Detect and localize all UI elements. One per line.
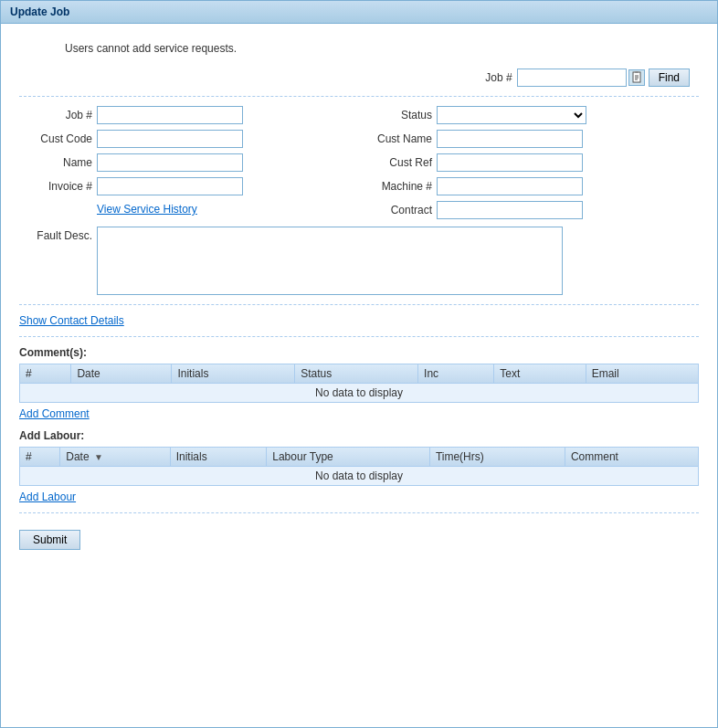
comments-no-data-cell: No data to display: [20, 384, 699, 403]
comments-col-inc: Inc: [418, 364, 494, 384]
cust-ref-row: Cust Ref: [359, 153, 699, 172]
clipboard-icon[interactable]: [628, 69, 645, 86]
cust-code-label: Cust Code: [19, 132, 92, 145]
comments-col-status: Status: [295, 364, 418, 384]
cust-code-input[interactable]: [97, 130, 243, 148]
window-title: Update Job: [10, 5, 69, 18]
labour-table-head: # Date ▼ Initials Labour Type Time(Hrs) …: [20, 448, 699, 467]
machine-input[interactable]: [437, 177, 583, 195]
cust-name-input[interactable]: [437, 130, 583, 148]
view-history-link[interactable]: View Service History: [97, 203, 359, 216]
main-window: Update Job Users cannot add service requ…: [0, 0, 718, 728]
comments-col-initials: Initials: [172, 364, 295, 384]
fault-desc-label: Fault Desc.: [19, 227, 92, 295]
status-row: Status: [359, 106, 699, 124]
labour-col-initials: Initials: [170, 448, 267, 467]
cust-ref-input[interactable]: [437, 153, 583, 172]
status-select[interactable]: [437, 106, 586, 124]
find-button[interactable]: Find: [649, 69, 690, 87]
add-labour-link[interactable]: Add Labour: [19, 491, 699, 503]
labour-table: # Date ▼ Initials Labour Type Time(Hrs) …: [19, 447, 699, 486]
machine-label: Machine #: [359, 180, 432, 193]
invoice-row: Invoice #: [19, 177, 359, 195]
labour-col-type: Labour Type: [267, 448, 430, 467]
title-bar: Update Job: [1, 1, 717, 24]
labour-no-data-cell: No data to display: [20, 467, 699, 486]
fault-desc-section: Fault Desc.: [19, 227, 699, 295]
comments-table: # Date Initials Status Inc Text Email No…: [19, 364, 699, 403]
date-sort-arrow: ▼: [94, 452, 103, 462]
divider-2: [19, 336, 699, 337]
labour-col-hash: #: [20, 448, 60, 467]
add-comment-link[interactable]: Add Comment: [19, 407, 699, 420]
notice-text: Users cannot add service requests.: [65, 42, 699, 55]
labour-header-row: # Date ▼ Initials Labour Type Time(Hrs) …: [20, 448, 699, 467]
comments-table-body: No data to display: [20, 384, 699, 403]
show-contact-link[interactable]: Show Contact Details: [19, 314, 699, 327]
comments-label: Comment(s):: [19, 346, 699, 359]
machine-row: Machine #: [359, 177, 699, 195]
name-label: Name: [19, 156, 92, 169]
contract-label: Contract: [359, 204, 432, 216]
job-search-row: Job # Find: [19, 69, 699, 87]
fault-desc-textarea[interactable]: [97, 227, 563, 295]
labour-table-body: No data to display: [20, 467, 699, 486]
divider-1: [19, 304, 699, 305]
labour-col-comment: Comment: [565, 448, 698, 467]
form-left: Job # Cust Code Name Invoice #: [19, 106, 359, 221]
comments-col-date: Date: [71, 364, 172, 384]
job-search-label: Job #: [485, 71, 512, 84]
contract-row: Contract: [359, 201, 699, 219]
svg-rect-1: [635, 71, 639, 73]
labour-col-time: Time(Hrs): [429, 448, 565, 467]
form-section: Job # Cust Code Name Invoice #: [19, 96, 699, 295]
job-label: Job #: [19, 109, 92, 121]
contract-input[interactable]: [437, 201, 583, 219]
comments-col-email: Email: [586, 364, 698, 384]
cust-code-row: Cust Code: [19, 130, 359, 148]
comments-no-data-row: No data to display: [20, 384, 699, 403]
status-label: Status: [359, 109, 432, 121]
labour-label: Add Labour:: [19, 429, 699, 442]
divider-3: [19, 512, 699, 513]
comments-table-head: # Date Initials Status Inc Text Email: [20, 364, 699, 384]
comments-header-row: # Date Initials Status Inc Text Email: [20, 364, 699, 384]
invoice-label: Invoice #: [19, 180, 92, 193]
submit-button[interactable]: Submit: [19, 530, 80, 550]
comments-col-hash: #: [20, 364, 71, 384]
name-row: Name: [19, 153, 359, 172]
form-grid: Job # Cust Code Name Invoice #: [19, 106, 699, 221]
job-search-input[interactable]: [517, 69, 627, 87]
cust-ref-label: Cust Ref: [359, 156, 432, 169]
name-input[interactable]: [97, 153, 243, 172]
invoice-input[interactable]: [97, 177, 243, 195]
form-right: Status Cust Name Cust Ref Machi: [359, 106, 699, 221]
labour-no-data-row: No data to display: [20, 467, 699, 486]
job-input[interactable]: [97, 106, 243, 124]
cust-name-label: Cust Name: [359, 132, 432, 145]
labour-col-date[interactable]: Date ▼: [60, 448, 170, 467]
cust-name-row: Cust Name: [359, 130, 699, 148]
job-row: Job #: [19, 106, 359, 124]
comments-col-text: Text: [494, 364, 586, 384]
